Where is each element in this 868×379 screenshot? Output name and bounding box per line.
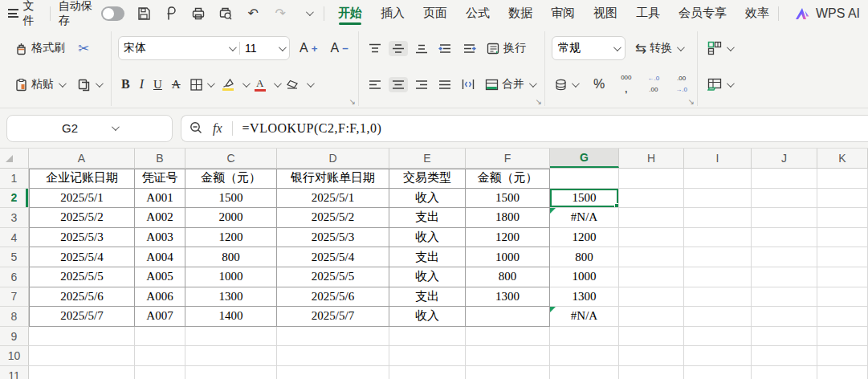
save-icon[interactable]	[136, 6, 152, 22]
cell-A3[interactable]: 2025/5/2	[29, 208, 135, 228]
currency-format-button[interactable]	[552, 76, 581, 93]
cell-D11[interactable]	[277, 366, 389, 379]
cell-E1[interactable]: 交易类型	[389, 169, 466, 189]
row-header-1[interactable]: 1	[0, 169, 29, 189]
cell-E10[interactable]	[389, 346, 466, 366]
cell-A1[interactable]: 企业记账日期	[29, 169, 135, 189]
borders-button[interactable]	[187, 76, 216, 93]
cell-H2[interactable]	[619, 189, 684, 209]
italic-button[interactable]: I	[137, 75, 147, 94]
cell-F5[interactable]: 1000	[466, 247, 550, 267]
cell-C3[interactable]: 2000	[185, 208, 277, 228]
row-header-4[interactable]: 4	[0, 228, 29, 248]
row-header-7[interactable]: 7	[0, 287, 29, 308]
cell-H4[interactable]	[619, 228, 684, 248]
cell-E6[interactable]: 收入	[389, 267, 466, 287]
print-preview-icon[interactable]	[218, 6, 234, 22]
tab-效率[interactable]: 效率	[744, 2, 770, 26]
cell-K1[interactable]	[817, 169, 868, 189]
column-header-A[interactable]: A	[29, 149, 135, 168]
cell-I1[interactable]	[684, 169, 752, 189]
merge-cells-button[interactable]: 合并	[482, 75, 538, 94]
percent-button[interactable]: %	[590, 75, 608, 94]
cell-J3[interactable]	[752, 208, 817, 228]
cell-C10[interactable]	[185, 346, 277, 366]
cell-H11[interactable]	[619, 366, 684, 379]
cell-B10[interactable]	[135, 346, 185, 366]
cell-G7[interactable]: 1300	[550, 287, 619, 308]
cell-E7[interactable]: 支出	[389, 287, 466, 308]
cell-A4[interactable]: 2025/5/3	[29, 228, 135, 248]
cell-F2[interactable]: 1500	[466, 189, 550, 209]
cell-G10[interactable]	[550, 346, 619, 366]
cell-F7[interactable]: 1300	[466, 287, 550, 308]
cell-H9[interactable]	[619, 327, 684, 347]
cell-C9[interactable]	[185, 327, 277, 347]
cell-J2[interactable]	[752, 189, 817, 209]
underline-button[interactable]: U	[150, 75, 165, 94]
thousand-separator-button[interactable]: 000,	[617, 71, 634, 98]
cell-G9[interactable]	[550, 327, 619, 347]
cell-A2[interactable]: 2025/5/1	[29, 189, 135, 209]
cell-F9[interactable]	[466, 327, 550, 347]
increase-font-button[interactable]: A+	[296, 39, 320, 58]
fx-icon[interactable]: fx	[213, 121, 222, 136]
cell-C8[interactable]: 1400	[185, 307, 277, 327]
cell-G1[interactable]	[550, 169, 619, 189]
cell-B7[interactable]: A006	[135, 287, 185, 308]
column-header-F[interactable]: F	[466, 149, 550, 168]
cell-B3[interactable]: A002	[135, 208, 185, 228]
cell-I6[interactable]	[684, 267, 752, 287]
cell-I2[interactable]	[684, 189, 752, 209]
tab-插入[interactable]: 插入	[380, 2, 405, 26]
font-name-select[interactable]: 宋体	[119, 41, 239, 55]
tab-会员专享[interactable]: 会员专享	[678, 2, 727, 26]
column-header-G[interactable]: G	[550, 149, 619, 168]
cell-F11[interactable]	[466, 366, 550, 379]
cell-D1[interactable]: 银行对账单日期	[277, 169, 389, 189]
number-format-select[interactable]: 常规	[552, 36, 626, 60]
cell-C7[interactable]: 1300	[185, 287, 277, 308]
row-header-8[interactable]: 8	[0, 307, 29, 327]
cell-E11[interactable]	[389, 366, 466, 379]
cell-A5[interactable]: 2025/5/4	[29, 247, 135, 267]
column-header-D[interactable]: D	[277, 149, 389, 168]
cell-K8[interactable]	[817, 307, 868, 327]
redo-icon[interactable]: ↷	[272, 6, 288, 22]
cell-H3[interactable]	[619, 208, 684, 228]
cell-J10[interactable]	[752, 346, 817, 366]
increase-indent-button[interactable]	[459, 41, 479, 56]
wps-ai-button[interactable]: WPS AI	[795, 6, 860, 21]
cell-I9[interactable]	[684, 327, 752, 347]
cell-F3[interactable]: 1800	[466, 208, 550, 228]
cell-G5[interactable]: 800	[550, 247, 619, 267]
cell-E5[interactable]: 支出	[389, 247, 466, 267]
cell-E3[interactable]: 支出	[389, 208, 466, 228]
wrap-text-button[interactable]: 换行	[483, 39, 529, 58]
undo-icon[interactable]: ↶	[245, 6, 261, 22]
rows-columns-button[interactable]	[704, 39, 736, 58]
cell-B9[interactable]	[135, 327, 185, 347]
cell-C2[interactable]: 1500	[185, 189, 277, 209]
cell-I3[interactable]	[684, 208, 752, 228]
cell-D6[interactable]: 2025/5/5	[277, 267, 389, 287]
cell-J9[interactable]	[752, 327, 817, 347]
increase-decimal-button[interactable]: ←.0.00	[645, 72, 663, 96]
cell-K5[interactable]	[817, 247, 868, 267]
cell-A10[interactable]	[29, 346, 135, 366]
cell-D10[interactable]	[277, 346, 389, 366]
strikethrough-button[interactable]: A	[169, 75, 184, 94]
cell-G11[interactable]	[550, 366, 619, 379]
print-icon[interactable]	[190, 6, 206, 22]
fill-color-button[interactable]	[219, 76, 238, 93]
cell-H6[interactable]	[619, 267, 684, 287]
cell-H8[interactable]	[619, 307, 684, 327]
cell-B6[interactable]: A005	[135, 267, 185, 287]
row-header-3[interactable]: 3	[0, 208, 29, 228]
align-left-button[interactable]	[365, 77, 385, 92]
formula-input-area[interactable]: fx =VLOOKUP(C2,F:F,1,0)	[181, 115, 868, 142]
cell-G4[interactable]: 1200	[550, 228, 619, 248]
cell-E9[interactable]	[389, 327, 466, 347]
cell-I8[interactable]	[684, 307, 752, 327]
tab-审阅[interactable]: 审阅	[550, 2, 576, 26]
